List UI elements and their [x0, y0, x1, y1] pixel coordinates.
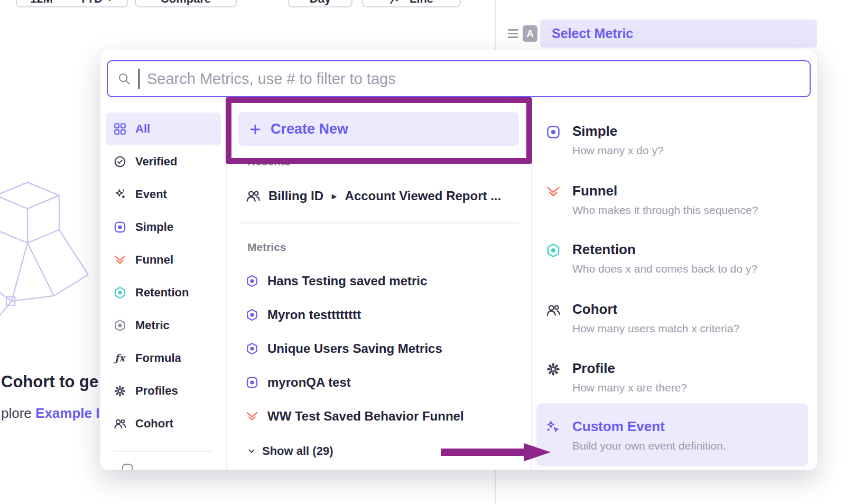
sidebar-item-retention[interactable]: Retention [106, 276, 221, 309]
sparkle-icon [113, 188, 127, 201]
sidebar-item-cohort[interactable]: Cohort [106, 407, 221, 440]
select-metric-button[interactable]: Select Metric [540, 20, 817, 48]
search-box [107, 60, 811, 97]
metric-type-title: Cohort [572, 301, 739, 317]
flower-profile-icon [545, 361, 561, 377]
metric-type-title: Custom Event [572, 418, 726, 434]
sidebar-item-funnel[interactable]: Funnel [106, 244, 221, 276]
sidebar-item-label: Event [135, 188, 167, 201]
metric-type-description: Build your own event definition. [572, 440, 726, 452]
recent-item[interactable]: Billing ID ▸ Account Viewed Report ... [245, 182, 501, 210]
select-metric-label: Select Metric [552, 26, 633, 41]
example-link[interactable]: Example I [35, 405, 99, 421]
saved-metric-label: WW Test Saved Behavior Funnel [267, 409, 464, 424]
saved-metric-item[interactable]: Myron testttttttt [245, 302, 361, 328]
divider [113, 451, 214, 452]
hexagon-metric-icon [245, 308, 259, 322]
search-icon [117, 72, 131, 86]
metric-type-profile[interactable]: Profile How many x are there? [545, 360, 810, 394]
sidebar-item-formula[interactable]: Formula [106, 342, 221, 375]
sidebar-item-verified[interactable]: Verified [106, 145, 221, 178]
sidebar-item-label: Cohort [135, 417, 173, 431]
date-range-control[interactable]: 12M YTD [16, 0, 128, 7]
sidebar-item-label: All [135, 122, 150, 136]
retention-icon [545, 242, 561, 258]
breadcrumb-arrow-icon: ▸ [332, 191, 337, 202]
series-badge: A [523, 25, 537, 42]
metric-type-cohort[interactable]: Cohort How many users match x criteria? [545, 301, 810, 335]
metric-type-title: Retention [572, 241, 757, 257]
metric-type-simple[interactable]: Simple How many x do y? [545, 123, 810, 157]
sidebar-item-label: Metric [135, 319, 170, 332]
show-all-button[interactable]: Show all (29) [246, 443, 333, 459]
funnel-icon [245, 409, 259, 423]
custom-event-icon [545, 419, 561, 435]
divider [240, 222, 519, 223]
chevron-down-icon [106, 0, 114, 4]
granularity-button[interactable]: Day [288, 0, 352, 7]
people-icon [245, 188, 261, 204]
hexagon-metric-icon [245, 274, 259, 288]
metric-picker-modal: All Verified Event Simple Funnel Retenti… [100, 50, 817, 470]
saved-metric-label: Myron testttttttt [267, 307, 361, 322]
metric-type-funnel[interactable]: Funnel Who makes it through this sequenc… [545, 183, 810, 217]
simple-metric-icon [545, 124, 561, 140]
search-input[interactable] [147, 70, 800, 88]
metric-type-custom-event[interactable]: Custom Event Build your own event defini… [536, 403, 808, 466]
saved-metric-item[interactable]: Unique Users Saving Metrics [245, 335, 442, 362]
formula-icon [113, 351, 127, 365]
metric-type-title: Profile [572, 360, 687, 376]
saved-metric-item[interactable]: WW Test Saved Behavior Funnel [245, 403, 464, 430]
chart-type-button[interactable]: Line [362, 0, 461, 7]
hexagon-metric-icon [113, 319, 127, 332]
sidebar-item-profiles[interactable]: Profiles [106, 375, 221, 407]
line-chart-icon [389, 0, 403, 6]
empty-state-subline: plore Example I [1, 405, 99, 422]
sidebar-item-label: Funnel [135, 253, 173, 267]
compare-button[interactable]: Compare [135, 0, 237, 7]
metric-type-description: How many x do y? [572, 144, 664, 157]
drag-handle[interactable] [508, 29, 518, 38]
people-icon [113, 417, 127, 431]
saved-metric-label: myronQA test [267, 375, 351, 390]
range-ytd-label: YTD [79, 0, 103, 6]
retention-icon [113, 286, 127, 300]
empty-state-illustration [0, 174, 107, 349]
metric-type-description: Who makes it through this sequence? [572, 204, 758, 217]
metric-type-description: How many users match x criteria? [572, 322, 739, 335]
create-new-button[interactable]: Create New [238, 112, 519, 146]
sidebar-item-label: Retention [135, 286, 189, 300]
simple-metric-icon [245, 376, 259, 389]
screen: 12M YTD Compare Day Line A Select Metric… [0, 0, 854, 504]
saved-metric-item[interactable]: myronQA test [245, 369, 351, 396]
funnel-icon [545, 184, 561, 200]
cut-off-category-icon [120, 462, 134, 470]
metrics-header: Metrics [247, 241, 286, 254]
range-ytd-button[interactable]: YTD [79, 0, 114, 6]
sidebar-item-all[interactable]: All [106, 113, 221, 145]
sidebar-item-label: Simple [135, 220, 173, 234]
saved-metric-label: Hans Testing saved metric [267, 274, 427, 288]
recents-header: Recents [247, 155, 291, 168]
metric-type-retention[interactable]: Retention Who does x and comes back to d… [545, 241, 810, 275]
metric-type-title: Funnel [572, 183, 758, 199]
range-12m-button[interactable]: 12M [30, 0, 53, 6]
text-cursor [138, 69, 140, 89]
sidebar-item-event[interactable]: Event [106, 178, 221, 211]
sidebar-item-label: Profiles [135, 384, 178, 398]
category-sidebar: All Verified Event Simple Funnel Retenti… [100, 113, 227, 470]
subline-text: plore [1, 405, 35, 421]
chart-type-label: Line [410, 0, 433, 6]
hexagon-metric-icon [245, 342, 259, 356]
metric-type-description: How many x are there? [572, 381, 687, 394]
saved-metric-label: Unique Users Saving Metrics [267, 341, 442, 356]
granularity-label: Day [310, 0, 331, 6]
show-all-label: Show all (29) [262, 444, 333, 458]
sidebar-item-metric[interactable]: Metric [106, 309, 221, 342]
sidebar-item-simple[interactable]: Simple [106, 211, 221, 244]
simple-metric-icon [113, 220, 127, 234]
verified-badge-icon [113, 155, 127, 169]
grid-icon [113, 122, 127, 136]
saved-metric-item[interactable]: Hans Testing saved metric [245, 268, 427, 294]
metric-type-title: Simple [572, 123, 664, 139]
